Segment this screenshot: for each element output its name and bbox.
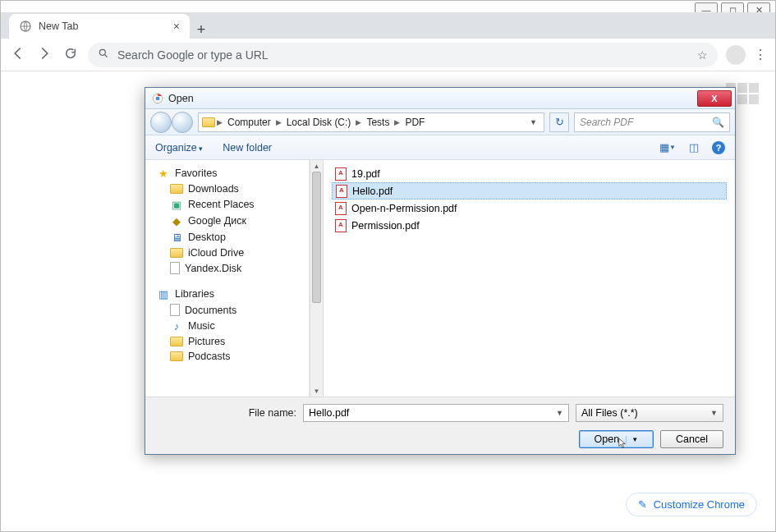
preview-pane-icon[interactable]: ◫ bbox=[686, 140, 702, 155]
breadcrumb-dropdown-icon[interactable]: ▼ bbox=[526, 118, 540, 126]
file-list: 19.pdf Hello.pdf Open-n-Permission.pdf P… bbox=[324, 160, 735, 397]
pdf-icon bbox=[336, 185, 347, 198]
profile-avatar[interactable] bbox=[726, 45, 746, 65]
crumb-tests[interactable]: Tests bbox=[363, 117, 393, 128]
chevron-down-icon[interactable]: ▼ bbox=[710, 409, 718, 417]
tree-item-google-drive[interactable]: ◆Google Диск bbox=[145, 213, 309, 229]
music-icon: ♪ bbox=[170, 319, 183, 332]
search-icon bbox=[98, 48, 109, 62]
star-icon: ★ bbox=[157, 167, 170, 180]
dialog-nav-row: ▶ Computer ▶ Local Disk (C:) ▶ Tests ▶ P… bbox=[145, 109, 735, 135]
tree-item-downloads[interactable]: Downloads bbox=[145, 181, 309, 196]
help-icon[interactable]: ? bbox=[712, 141, 725, 154]
dialog-title: Open bbox=[168, 93, 194, 104]
tree-item-podcasts[interactable]: Podcasts bbox=[145, 349, 309, 364]
open-button[interactable]: Open ▼ bbox=[579, 430, 654, 448]
pictures-icon bbox=[170, 337, 183, 346]
dialog-forward-button[interactable] bbox=[172, 112, 193, 133]
nav-tree: ★Favorites Downloads ▣Recent Places ◆Goo… bbox=[145, 160, 310, 397]
favorites-group[interactable]: ★Favorites bbox=[145, 165, 309, 181]
libraries-group[interactable]: ▥Libraries bbox=[145, 286, 309, 302]
view-options-icon[interactable]: ▦ ▼ bbox=[659, 140, 676, 155]
file-row[interactable]: 19.pdf bbox=[332, 165, 727, 182]
page-icon bbox=[19, 20, 32, 33]
file-icon bbox=[170, 262, 180, 274]
chevron-right-icon: ▶ bbox=[356, 118, 361, 126]
filename-label: File name: bbox=[157, 407, 296, 419]
toolbar: Search Google or type a URL ☆ ⋮ bbox=[1, 39, 775, 71]
bookmark-star-icon[interactable]: ☆ bbox=[697, 48, 708, 62]
tab-new-tab[interactable]: New Tab × bbox=[9, 14, 190, 39]
back-button[interactable] bbox=[9, 46, 27, 64]
new-tab-button[interactable]: + bbox=[190, 21, 213, 39]
chrome-icon bbox=[152, 93, 163, 104]
document-icon bbox=[170, 304, 180, 316]
scroll-down-icon[interactable]: ▼ bbox=[310, 385, 323, 397]
search-placeholder: Search PDF bbox=[580, 117, 633, 128]
pencil-icon: ✎ bbox=[638, 498, 647, 511]
omnibox-placeholder: Search Google or type a URL bbox=[117, 48, 269, 62]
library-icon: ▥ bbox=[157, 287, 170, 300]
recent-icon: ▣ bbox=[170, 198, 183, 211]
tree-item-pictures[interactable]: Pictures bbox=[145, 334, 309, 349]
file-open-dialog: Open X ▶ Computer ▶ Local Disk (C:) ▶ Te… bbox=[145, 87, 736, 455]
menu-button[interactable]: ⋮ bbox=[754, 47, 767, 62]
dialog-search-input[interactable]: Search PDF 🔍 bbox=[574, 112, 730, 132]
dialog-back-button[interactable] bbox=[150, 112, 172, 133]
chevron-right-icon: ▶ bbox=[276, 118, 282, 126]
crumb-computer[interactable]: Computer bbox=[224, 117, 274, 128]
nav-back-forward bbox=[150, 112, 193, 133]
pdf-icon bbox=[335, 219, 347, 232]
organize-menu[interactable]: Organize bbox=[155, 142, 203, 154]
scroll-up-icon[interactable]: ▲ bbox=[310, 160, 323, 172]
breadcrumb[interactable]: ▶ Computer ▶ Local Disk (C:) ▶ Tests ▶ P… bbox=[198, 112, 544, 132]
folder-icon bbox=[170, 248, 183, 258]
tab-strip: New Tab × + bbox=[1, 12, 775, 39]
file-row[interactable]: Permission.pdf bbox=[332, 217, 727, 234]
search-icon: 🔍 bbox=[712, 117, 724, 128]
svg-point-1 bbox=[99, 49, 105, 55]
tab-title: New Tab bbox=[39, 21, 78, 32]
file-type-filter[interactable]: All Files (*.*)▼ bbox=[576, 404, 723, 422]
tree-item-recent[interactable]: ▣Recent Places bbox=[145, 196, 309, 213]
customize-chrome-button[interactable]: ✎ Customize Chrome bbox=[626, 493, 757, 516]
folder-icon bbox=[170, 351, 183, 361]
tree-item-documents[interactable]: Documents bbox=[145, 302, 309, 318]
reload-button[interactable] bbox=[62, 47, 80, 63]
pdf-icon bbox=[335, 202, 347, 215]
open-split-dropdown-icon[interactable]: ▼ bbox=[626, 436, 638, 443]
chevron-down-icon[interactable]: ▼ bbox=[556, 409, 563, 417]
tree-item-icloud[interactable]: iCloud Drive bbox=[145, 245, 309, 260]
tree-item-music[interactable]: ♪Music bbox=[145, 318, 309, 334]
crumb-drive[interactable]: Local Disk (C:) bbox=[283, 117, 355, 128]
tree-item-desktop[interactable]: 🖥Desktop bbox=[145, 229, 309, 245]
chevron-right-icon: ▶ bbox=[394, 118, 400, 126]
dialog-footer: File name: Hello.pdf▼ All Files (*.*)▼ O… bbox=[145, 397, 735, 454]
chevron-right-icon: ▶ bbox=[217, 118, 223, 126]
filename-input[interactable]: Hello.pdf▼ bbox=[303, 404, 569, 422]
tab-close-icon[interactable]: × bbox=[173, 20, 180, 33]
dialog-titlebar: Open X bbox=[145, 88, 735, 109]
crumb-pdf[interactable]: PDF bbox=[402, 117, 428, 128]
folder-icon bbox=[170, 184, 183, 194]
omnibox[interactable]: Search Google or type a URL ☆ bbox=[88, 43, 718, 67]
cancel-button[interactable]: Cancel bbox=[660, 430, 723, 448]
new-folder-button[interactable]: New folder bbox=[223, 142, 272, 154]
file-row[interactable]: Hello.pdf bbox=[332, 182, 727, 200]
drive-icon: ◆ bbox=[170, 214, 183, 227]
folder-icon bbox=[202, 117, 215, 127]
pdf-icon bbox=[335, 167, 347, 181]
tree-scrollbar[interactable]: ▲ ▼ bbox=[310, 160, 324, 397]
forward-button[interactable] bbox=[35, 46, 53, 64]
dialog-close-button[interactable]: X bbox=[697, 90, 732, 107]
tree-item-yandex[interactable]: Yandex.Disk bbox=[145, 260, 309, 276]
scroll-thumb[interactable] bbox=[312, 172, 321, 303]
refresh-button[interactable]: ↻ bbox=[549, 112, 569, 132]
file-row[interactable]: Open-n-Permission.pdf bbox=[332, 200, 727, 217]
dialog-toolbar: Organize New folder ▦ ▼ ◫ ? bbox=[145, 135, 735, 160]
desktop-icon: 🖥 bbox=[170, 231, 183, 244]
